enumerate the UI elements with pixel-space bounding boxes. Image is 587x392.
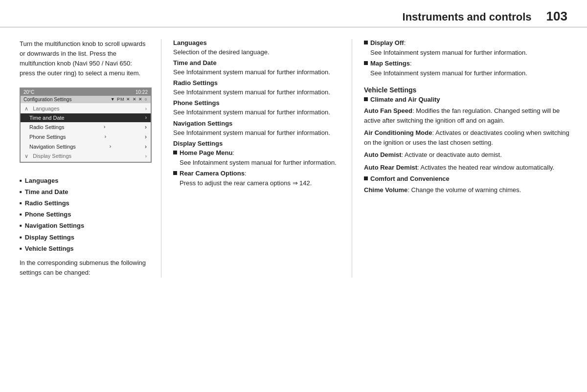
- page-title: Instruments and controls: [403, 11, 532, 23]
- languages-body: Selection of the desired language.: [173, 47, 340, 57]
- map-settings-body: See Infotainment system manual for furth…: [370, 68, 575, 78]
- time-date-body: See Infotainment system manual for furth…: [173, 67, 340, 77]
- screen-title: Configuration Settings: [23, 97, 71, 102]
- center-column: Languages Selection of the desired langu…: [161, 39, 352, 278]
- screen-temp: 20°C: [23, 89, 34, 95]
- map-settings-item: Map Settings:: [364, 60, 575, 67]
- rear-camera-body: Press to adjust the rear camera options …: [180, 178, 340, 188]
- display-home-page-item: Home Page Menu:: [173, 149, 340, 156]
- page-body: Turn the multifunction knob to scroll up…: [0, 27, 587, 289]
- navigation-heading: Navigation Settings: [173, 120, 340, 127]
- chime-volume-text: Chime Volume: Change the volume of warni…: [364, 185, 575, 195]
- list-item-languages: Languages: [20, 176, 149, 185]
- bullet-icon-5: [364, 97, 368, 101]
- radio-heading: Radio Settings: [173, 79, 340, 87]
- screen-menu-radio: Radio Settings›: [21, 122, 151, 132]
- list-item-vehicle: Vehicle Settings: [20, 244, 149, 253]
- left-column: Turn the multifunction knob to scroll up…: [0, 39, 161, 278]
- home-page-label: Home Page Menu: [180, 149, 232, 156]
- map-settings-label: Map Settings: [370, 60, 410, 67]
- bullet-icon-2: [173, 171, 177, 175]
- vehicle-settings-heading: Vehicle Settings: [364, 86, 575, 94]
- right-column: Display Off: See Infotainment system man…: [352, 39, 587, 278]
- section-phone: Phone Settings See Infotainment system m…: [173, 99, 340, 117]
- screen-statusbar: 20°C 10:22: [21, 88, 151, 96]
- screen-menu-languages: ∧ Languages›: [21, 104, 151, 113]
- screen-title-icons: ▼ PM ✕ ✕ ✕ ○: [111, 97, 148, 102]
- home-page-body: See Infotainment system manual for furth…: [180, 158, 340, 168]
- section-languages: Languages Selection of the desired langu…: [173, 39, 340, 57]
- auto-demist-text: Auto Demist: Activate or deactivate auto…: [364, 150, 575, 160]
- screen-menu-display: ∨ Display Settings›: [21, 152, 151, 161]
- phone-body: See Infotainment system manual for furth…: [173, 108, 340, 117]
- list-item-navigation: Navigation Settings: [20, 221, 149, 230]
- page-number: 103: [546, 9, 567, 24]
- comfort-heading-label: Comfort and Convenience: [370, 175, 450, 182]
- menu-bullet-list: Languages Time and Date Radio Settings P…: [20, 176, 149, 253]
- display-heading: Display Settings: [173, 140, 340, 147]
- phone-heading: Phone Settings: [173, 99, 340, 107]
- screen-menu: ∧ Languages› Time and Date› Radio Settin…: [21, 103, 151, 162]
- section-navigation: Navigation Settings See Infotainment sys…: [173, 120, 340, 138]
- comfort-heading-item: Comfort and Convenience: [364, 175, 575, 182]
- section-display-off: Display Off: See Infotainment system man…: [364, 39, 575, 58]
- languages-heading: Languages: [173, 39, 340, 46]
- bullet-icon-4: [364, 61, 368, 65]
- display-off-body: See Infotainment system manual for furth…: [370, 48, 575, 58]
- page-header: Instruments and controls 103: [0, 0, 587, 27]
- climate-heading-item: Climate and Air Quality: [364, 96, 575, 103]
- auto-rear-demist-text: Auto Rear Demist: Activates the heated r…: [364, 163, 575, 173]
- section-map-settings: Map Settings: See Infotainment system ma…: [364, 60, 575, 78]
- bullet-icon-6: [364, 176, 368, 180]
- display-off-label: Display Off: [370, 39, 404, 46]
- air-conditioning-text: Air Conditioning Mode: Activates or deac…: [364, 128, 575, 147]
- list-item-time-date: Time and Date: [20, 188, 149, 196]
- display-off-item: Display Off:: [364, 39, 575, 46]
- list-item-phone: Phone Settings: [20, 210, 149, 219]
- screen-menu-time-date: Time and Date›: [21, 113, 151, 122]
- radio-body: See Infotainment system manual for furth…: [173, 87, 340, 97]
- screen-mockup: 20°C 10:22 Configuration Settings ▼ PM ✕…: [20, 87, 152, 163]
- section-radio: Radio Settings See Infotainment system m…: [173, 79, 340, 97]
- screen-menu-phone: Phone Settings›: [21, 132, 151, 142]
- list-item-display: Display Settings: [20, 233, 149, 242]
- section-display: Display Settings Home Page Menu: See Inf…: [173, 140, 340, 188]
- bullet-icon: [173, 151, 177, 154]
- screen-menu-navigation: Navigation Settings›: [21, 142, 151, 152]
- time-date-heading: Time and Date: [173, 59, 340, 66]
- auto-fan-speed-text: Auto Fan Speed: Modifies the fan regulat…: [364, 106, 575, 125]
- screen-time: 10:22: [135, 89, 148, 95]
- display-rear-camera-item: Rear Camera Options:: [173, 170, 340, 177]
- rear-camera-label: Rear Camera Options: [180, 170, 245, 177]
- footer-text: In the corresponding submenus the follow…: [20, 258, 149, 278]
- navigation-body: See Infotainment system manual for furth…: [173, 128, 340, 138]
- bullet-icon-3: [364, 41, 368, 44]
- comfort-items: Chime Volume: Change the volume of warni…: [364, 185, 575, 195]
- intro-text: Turn the multifunction knob to scroll up…: [20, 39, 149, 79]
- screen-titlebar: Configuration Settings ▼ PM ✕ ✕ ✕ ○: [21, 96, 151, 103]
- climate-heading-label: Climate and Air Quality: [370, 96, 440, 103]
- climate-items: Auto Fan Speed: Modifies the fan regulat…: [364, 106, 575, 172]
- section-time-date: Time and Date See Infotainment system ma…: [173, 59, 340, 77]
- list-item-radio: Radio Settings: [20, 199, 149, 208]
